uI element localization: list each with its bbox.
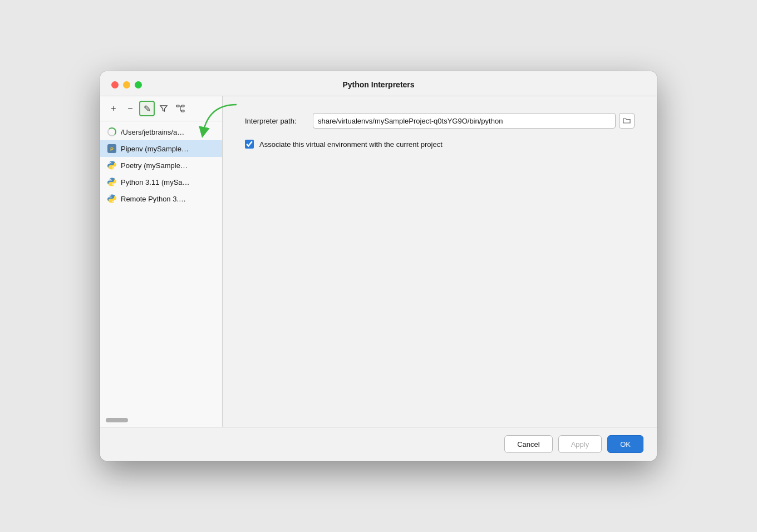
tree-icon xyxy=(176,104,185,113)
list-item[interactable]: Python 3.11 (mySa… xyxy=(100,174,222,190)
svg-text:P: P xyxy=(110,146,114,152)
ok-button[interactable]: OK xyxy=(607,435,643,453)
interpreter-path-label: Interpreter path: xyxy=(245,117,306,125)
minus-icon: − xyxy=(127,104,132,114)
interpreter-path-input-wrapper xyxy=(313,113,635,129)
python-interpreters-dialog: Python Interpreters + − ✎ xyxy=(100,71,657,461)
folder-icon xyxy=(623,117,631,125)
dialog-title: Python Interpreters xyxy=(342,80,414,89)
svg-rect-0 xyxy=(176,105,179,107)
python-logo xyxy=(107,177,117,187)
tree-view-button[interactable] xyxy=(173,101,188,116)
list-item[interactable]: Poetry (mySample… xyxy=(100,157,222,174)
svg-point-11 xyxy=(112,184,114,185)
sidebar: + − ✎ xyxy=(100,96,223,427)
svg-point-9 xyxy=(112,168,114,169)
pipenv-icon: P xyxy=(107,144,117,154)
sidebar-toolbar: + − ✎ xyxy=(100,96,222,121)
plus-icon: + xyxy=(111,104,116,114)
svg-point-8 xyxy=(110,162,111,163)
interpreter-list: /Users/jetbrains/a… P Pipenv (mySample… xyxy=(100,121,222,413)
add-interpreter-button[interactable]: + xyxy=(106,101,121,116)
python-icon xyxy=(107,177,117,187)
interpreter-label: Python 3.11 (mySa… xyxy=(121,178,190,186)
interpreter-label: Poetry (mySample… xyxy=(121,161,188,170)
interpreter-path-row: Interpreter path: xyxy=(245,113,635,129)
edit-interpreter-button[interactable]: ✎ xyxy=(139,101,155,116)
cancel-button[interactable]: Cancel xyxy=(504,435,552,453)
browse-button[interactable] xyxy=(619,113,635,129)
python-icon xyxy=(107,160,117,170)
list-item[interactable]: P Pipenv (mySample… xyxy=(100,140,222,157)
associate-checkbox[interactable] xyxy=(245,140,254,149)
scroll-thumb xyxy=(106,418,128,422)
interpreter-label: /Users/jetbrains/a… xyxy=(121,128,184,136)
close-button[interactable] xyxy=(111,81,119,88)
window-controls xyxy=(111,81,142,88)
svg-point-13 xyxy=(112,201,114,202)
sidebar-scrollbar[interactable] xyxy=(100,413,222,427)
svg-point-12 xyxy=(110,195,111,196)
edit-icon: ✎ xyxy=(144,104,151,114)
filter-button[interactable] xyxy=(156,101,171,116)
maximize-button[interactable] xyxy=(135,81,142,88)
spinner-icon xyxy=(107,127,117,137)
svg-point-10 xyxy=(110,179,111,180)
svg-rect-1 xyxy=(181,105,184,107)
list-item[interactable]: Remote Python 3.… xyxy=(100,190,222,207)
remote-python-icon xyxy=(107,194,117,204)
associate-checkbox-row: Associate this virtual environment with … xyxy=(245,140,635,149)
filter-icon xyxy=(159,104,168,113)
main-panel: Interpreter path: Associate this virtual… xyxy=(223,96,657,427)
dialog-body: + − ✎ xyxy=(100,96,657,427)
dialog-footer: Cancel Apply OK xyxy=(100,427,657,461)
title-bar: Python Interpreters xyxy=(100,71,657,96)
pipenv-logo: P xyxy=(107,144,117,154)
remove-interpreter-button[interactable]: − xyxy=(122,101,138,116)
list-item[interactable]: /Users/jetbrains/a… xyxy=(100,124,222,140)
svg-rect-2 xyxy=(181,110,184,112)
interpreter-label: Pipenv (mySample… xyxy=(121,145,189,153)
interpreter-path-input[interactable] xyxy=(313,113,616,129)
interpreter-label: Remote Python 3.… xyxy=(121,195,186,203)
apply-button[interactable]: Apply xyxy=(558,435,602,453)
python-remote-logo xyxy=(107,194,117,204)
minimize-button[interactable] xyxy=(123,81,130,88)
associate-label: Associate this virtual environment with … xyxy=(259,140,443,149)
python-logo xyxy=(107,160,117,170)
